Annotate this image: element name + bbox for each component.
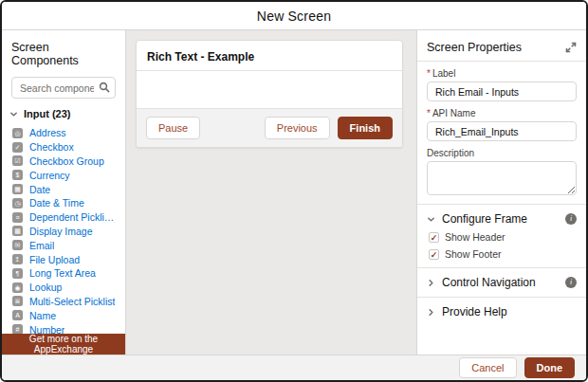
provide-help-label: Provide Help	[442, 305, 577, 318]
info-icon[interactable]: i	[565, 277, 577, 288]
date-icon: ▦	[12, 184, 23, 194]
component-item[interactable]: ▦ Date	[2, 182, 125, 196]
component-item[interactable]: ¶ Long Text Area	[2, 266, 125, 281]
component-item-label: Long Text Area	[29, 267, 96, 279]
chevron-right-icon	[427, 279, 435, 287]
show-header-label: Show Header	[445, 231, 505, 243]
provide-help-header[interactable]: Provide Help	[427, 305, 577, 318]
screen-preview-card[interactable]: Rich Text - Example Pause Previous Finis…	[136, 40, 403, 148]
new-screen-modal: New Screen Screen Components Input (23) …	[0, 0, 588, 382]
component-item-label: Display Image	[29, 226, 93, 237]
pause-button[interactable]: Pause	[146, 117, 200, 139]
display-image-icon: ▩	[12, 226, 23, 236]
chevron-right-icon	[427, 308, 435, 317]
checkbox-checked-icon[interactable]: ✓	[429, 249, 439, 260]
checkbox-group-icon: ☑	[12, 155, 23, 166]
currency-icon: $	[12, 170, 23, 180]
component-item-label: Date & Time	[29, 197, 84, 209]
expand-panel-icon[interactable]	[565, 42, 577, 53]
properties-title: Screen Properties	[427, 41, 565, 54]
component-item-label: Name	[29, 310, 56, 321]
multi-select-picklist-icon: ≣	[12, 296, 23, 306]
search-icon	[99, 82, 110, 93]
screen-canvas: Rich Text - Example Pause Previous Finis…	[126, 30, 416, 355]
component-item[interactable]: ☑ Checkbox Group	[2, 155, 125, 169]
chevron-down-icon	[427, 215, 435, 224]
component-list: ◎ Address ✓ Checkbox ☑ Checkbox Group $ …	[2, 124, 125, 355]
api-name-field-label: *API Name	[427, 108, 577, 118]
date-time-icon: ◷	[12, 198, 23, 209]
description-textarea[interactable]	[427, 161, 577, 195]
component-item[interactable]: ◷ Date & Time	[2, 196, 125, 210]
modal-footer: Cancel Done	[2, 355, 586, 380]
component-item-label: Date	[29, 184, 50, 195]
component-item[interactable]: $ Currency	[2, 168, 125, 182]
component-item-label: Currency	[29, 170, 70, 181]
dependent-picklists-icon: ≡	[12, 212, 23, 223]
name-icon: A	[12, 310, 23, 320]
component-item[interactable]: ▩ Display Image	[2, 225, 125, 239]
checkbox-checked-icon[interactable]: ✓	[429, 232, 439, 243]
component-item-label: Lookup	[29, 282, 62, 293]
component-item[interactable]: ✉ Email	[2, 238, 125, 252]
component-item[interactable]: ≡ Dependent Picklists	[2, 210, 125, 225]
component-item-label: Checkbox	[29, 141, 74, 153]
component-item-label: Email	[29, 240, 54, 251]
finish-button[interactable]: Finish	[338, 117, 393, 139]
control-navigation-header[interactable]: Control Navigation i	[427, 276, 577, 289]
screen-card-header: Rich Text - Example	[137, 41, 402, 71]
email-icon: ✉	[12, 240, 23, 250]
modal-title: New Screen	[257, 9, 331, 24]
previous-button[interactable]: Previous	[265, 117, 330, 139]
control-navigation-section: Control Navigation i	[427, 268, 577, 297]
configure-frame-section: Configure Frame i ✓ Show Header ✓ Show F…	[427, 205, 577, 267]
long-text-area-icon: ¶	[12, 268, 23, 279]
screen-properties-panel: Screen Properties *Label *API Name	[416, 30, 586, 355]
label-field-input[interactable]	[427, 82, 577, 101]
cancel-button[interactable]: Cancel	[459, 357, 516, 378]
component-item[interactable]: ≣ Multi-Select Picklist	[2, 295, 125, 309]
component-item[interactable]: ✓ Checkbox	[2, 140, 125, 155]
component-item[interactable]: A Name	[2, 308, 125, 322]
label-field-label: *Label	[427, 68, 577, 79]
api-name-field-input[interactable]	[427, 121, 577, 141]
input-section-header[interactable]: Input (23)	[2, 106, 125, 124]
configure-frame-header[interactable]: Configure Frame i	[427, 212, 577, 226]
required-marker: *	[427, 68, 431, 79]
modal-header: New Screen	[2, 2, 586, 30]
show-header-checkbox-row[interactable]: ✓ Show Header	[429, 231, 577, 243]
appexchange-button-label: Get more on the AppExchange	[2, 334, 125, 355]
component-item-label: Multi-Select Picklist	[29, 296, 115, 307]
screen-title: Rich Text - Example	[147, 50, 254, 64]
required-marker: *	[427, 108, 431, 118]
configure-frame-label: Configure Frame	[442, 212, 559, 226]
component-item-label: Dependent Picklists	[29, 211, 116, 223]
control-navigation-label: Control Navigation	[442, 276, 559, 289]
component-item[interactable]: ◎ Address	[2, 126, 125, 140]
sidebar-title: Screen Components	[2, 30, 125, 73]
component-item[interactable]: ↥ File Upload	[2, 252, 125, 266]
divider	[417, 61, 586, 62]
show-footer-checkbox-row[interactable]: ✓ Show Footer	[429, 248, 577, 260]
screen-card-footer: Pause Previous Finish	[137, 108, 402, 147]
file-upload-icon: ↥	[12, 254, 23, 264]
info-icon[interactable]: i	[565, 213, 577, 225]
show-footer-label: Show Footer	[445, 248, 502, 260]
done-button[interactable]: Done	[524, 357, 576, 378]
address-icon: ◎	[12, 128, 23, 138]
description-field-label: Description	[427, 148, 577, 158]
component-item-label: Checkbox Group	[29, 155, 104, 167]
lookup-icon: ◉	[12, 282, 23, 293]
chevron-down-icon	[9, 110, 18, 118]
screen-card-body[interactable]	[137, 71, 402, 108]
input-section-label: Input (23)	[24, 108, 71, 119]
component-item-label: File Upload	[29, 254, 80, 265]
checkbox-icon: ✓	[12, 142, 23, 153]
screen-components-sidebar: Screen Components Input (23) ◎ Address ✓…	[2, 30, 126, 355]
appexchange-button[interactable]: Get more on the AppExchange	[2, 334, 125, 355]
component-item[interactable]: ◉ Lookup	[2, 281, 125, 295]
component-item-label: Address	[29, 127, 66, 138]
provide-help-section: Provide Help	[427, 298, 577, 326]
